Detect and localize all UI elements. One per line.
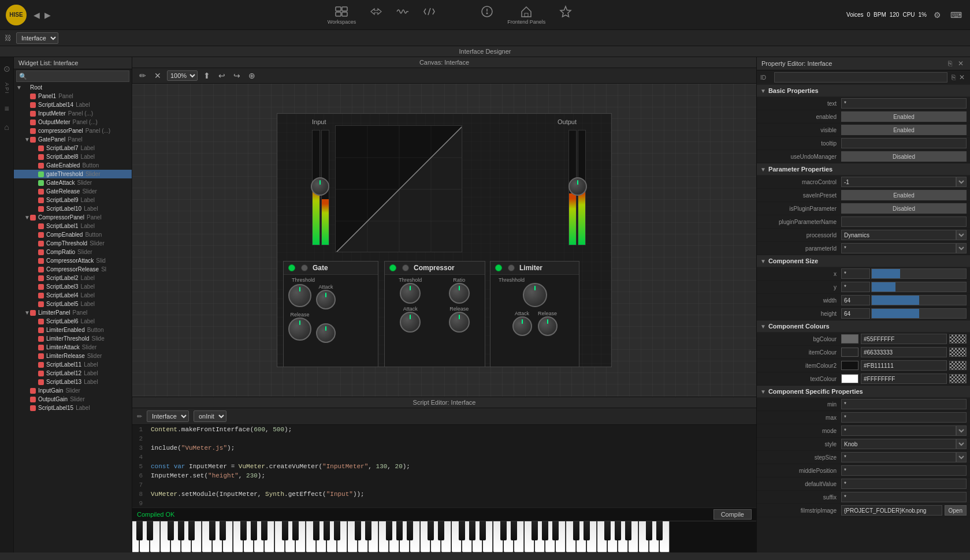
processorid-input[interactable] <box>841 230 956 240</box>
black-key[interactable] <box>334 521 340 540</box>
left-icon-1[interactable]: ⊙ <box>1 62 13 76</box>
tree-item-inputgain[interactable]: InputGainSlider <box>14 386 132 395</box>
tree-item-scriptlabel9[interactable]: ScriptLabel9Label <box>14 196 132 204</box>
tree-item-scriptlabel7[interactable]: ScriptLabel7Label <box>14 144 132 152</box>
callback-select[interactable]: onInit <box>194 410 226 422</box>
black-key[interactable] <box>168 521 174 540</box>
left-icon-api[interactable]: API <box>2 80 12 97</box>
tree-item-compratio[interactable]: CompRatioSlider <box>14 248 132 256</box>
hise-logo[interactable]: HISE <box>6 5 27 25</box>
text-input[interactable] <box>841 98 967 109</box>
tree-item-scriptlabel1[interactable]: ScriptLabel1Label <box>14 222 132 230</box>
tree-item-gateattack[interactable]: GateAttackSlider <box>14 178 132 187</box>
copy-button[interactable]: ⎘ <box>946 59 954 68</box>
compile-button[interactable]: Compile <box>713 509 752 520</box>
black-key[interactable] <box>552 521 559 540</box>
saveinpreset-badge[interactable]: Enabled <box>841 190 967 200</box>
tree-item-outputmeter[interactable]: OutputMeterPanel (...) <box>14 118 132 126</box>
black-key[interactable] <box>615 521 621 540</box>
pluginparamname-input[interactable] <box>841 216 967 227</box>
mode-input[interactable] <box>841 425 956 436</box>
nav-back-button[interactable]: ◀ <box>31 8 42 22</box>
size-props-header[interactable]: ▼ Component Size <box>757 255 970 267</box>
filmstripimage-open-btn[interactable]: Open <box>945 505 967 516</box>
tree-item-compressorrelease[interactable]: CompressorReleaseSl <box>14 265 132 274</box>
tree-item-scriptlabel15[interactable]: ScriptLabel15Label <box>14 404 132 412</box>
black-key[interactable] <box>646 521 652 540</box>
output-gain-knob[interactable] <box>568 177 587 196</box>
tree-item-scriptlabel10[interactable]: ScriptLabel10Label <box>14 204 132 213</box>
zoom-stepper[interactable]: ⬆ <box>201 70 213 81</box>
tree-item-scriptlabel4[interactable]: ScriptLabel4Label <box>14 291 132 300</box>
gate-release-knob[interactable] <box>288 318 311 341</box>
tree-item-gaterelease[interactable]: GateReleaseSlider <box>14 187 132 196</box>
tree-item-limiterattack[interactable]: LimiterAttackSlider <box>14 343 132 352</box>
zoom-select[interactable]: 100% <box>167 70 198 81</box>
black-key[interactable] <box>625 521 631 540</box>
visible-badge[interactable]: Enabled <box>841 125 967 135</box>
comp-release-knob[interactable] <box>449 312 470 333</box>
nav-forward-button[interactable]: ▶ <box>42 8 53 22</box>
left-icon-4[interactable]: ⌂ <box>2 120 11 134</box>
tree-item-limiterenabled[interactable]: LimiterEnabledButton <box>14 326 132 334</box>
debug-group[interactable] <box>481 5 493 25</box>
black-key[interactable] <box>386 521 392 540</box>
black-key[interactable] <box>428 521 434 540</box>
bgcolor-input[interactable] <box>861 334 947 344</box>
colours-props-header[interactable]: ▼ Component Colours <box>757 320 970 333</box>
tree-item-gateenabled[interactable]: GateEnabledButton <box>14 161 132 170</box>
parameterid-select[interactable] <box>956 243 967 253</box>
style-select[interactable] <box>956 439 967 449</box>
black-key[interactable] <box>438 521 444 540</box>
tree-item-gatepanel[interactable]: ▼GatePanelPanel <box>14 135 132 144</box>
id-close-btn[interactable]: ✕ <box>957 73 967 81</box>
black-key[interactable] <box>542 521 548 540</box>
black-key[interactable] <box>532 521 538 540</box>
max-input[interactable] <box>841 412 967 423</box>
id-copy-btn[interactable]: ⎘ <box>950 73 957 81</box>
stepsize-select[interactable] <box>956 452 967 462</box>
comp-threshold-knob[interactable] <box>400 283 421 304</box>
patch-editor-group[interactable] <box>370 5 382 25</box>
tree-item-compressorpanel2[interactable]: ▼CompressorPanelPanel <box>14 213 132 222</box>
tree-item-scriptlabel2[interactable]: ScriptLabel2Label <box>14 274 132 282</box>
tree-item-compthreshold[interactable]: CompThresholdSlider <box>14 239 132 248</box>
frontend-panels-group[interactable]: Frontend Panels <box>507 5 545 25</box>
itemcolour2-preview[interactable] <box>841 361 858 370</box>
y-input[interactable] <box>841 282 870 292</box>
black-key[interactable] <box>136 521 143 540</box>
black-key[interactable] <box>240 521 247 540</box>
lim-power[interactable] <box>495 264 502 271</box>
tree-item-limiterpanel[interactable]: ▼LimiterPanelPanel <box>14 308 132 317</box>
middleposition-input[interactable] <box>841 465 967 476</box>
itemcolour2-checker[interactable] <box>949 361 967 370</box>
black-key[interactable] <box>178 521 184 540</box>
black-key[interactable] <box>500 521 507 540</box>
macrocontrol-input[interactable] <box>841 177 956 187</box>
black-key[interactable] <box>313 521 319 540</box>
comp-power[interactable] <box>389 264 396 271</box>
macrocontrol-select[interactable] <box>956 177 967 187</box>
black-key[interactable] <box>584 521 590 540</box>
close-button[interactable]: ✕ <box>956 59 965 68</box>
black-key[interactable] <box>407 521 413 540</box>
tree-item-compressorpanel[interactable]: compressorPanelPanel (...) <box>14 126 132 135</box>
black-key[interactable] <box>656 521 663 540</box>
tree-item-scriptlabel3[interactable]: ScriptLabel3Label <box>14 282 132 291</box>
black-key[interactable] <box>365 521 371 540</box>
ispluginparam-badge[interactable]: Disabled <box>841 203 967 214</box>
height-input[interactable] <box>841 308 870 319</box>
file-select[interactable]: Interface <box>147 410 189 422</box>
black-key[interactable] <box>459 521 465 540</box>
interface-select[interactable]: Interface <box>16 32 58 44</box>
style-input[interactable] <box>841 439 956 449</box>
bgcolor-checker[interactable] <box>949 334 967 344</box>
workspaces-group[interactable]: Workspaces <box>328 5 356 25</box>
itemcolour-input[interactable] <box>861 347 947 357</box>
scripting-group[interactable] <box>423 5 436 25</box>
defaultvalue-input[interactable] <box>841 479 967 489</box>
black-key[interactable] <box>573 521 579 540</box>
textcolour-checker[interactable] <box>949 374 967 383</box>
tooltip-input[interactable] <box>841 138 967 148</box>
tree-item-scriptlabel13[interactable]: ScriptLabel13Label <box>14 378 132 386</box>
